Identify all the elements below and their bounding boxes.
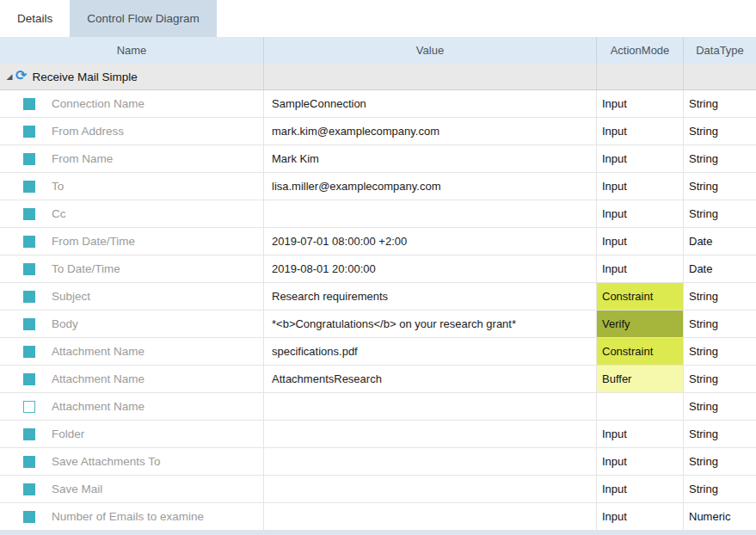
attribute-name-label: Attachment Name xyxy=(52,345,144,358)
attribute-name-label: Subject xyxy=(52,290,90,303)
value-cell[interactable]: SampleConnection xyxy=(264,90,597,117)
datatype-cell: String xyxy=(684,338,756,365)
table-row[interactable]: Attachment Name specifications.pdf Const… xyxy=(0,338,756,366)
datatype-cell: String xyxy=(684,476,756,502)
table-row[interactable]: From Name Mark Kim Input String xyxy=(0,145,756,173)
actionmode-cell[interactable]: Input xyxy=(597,118,684,145)
value-cell[interactable]: mark.kim@examplecompany.com xyxy=(264,118,597,145)
value-cell[interactable] xyxy=(264,393,597,420)
grid-header: Name Value ActionMode DataType xyxy=(0,37,756,64)
table-row[interactable]: Subject Research requirements Constraint… xyxy=(0,283,756,311)
group-action-cell xyxy=(597,64,684,89)
datatype-cell: Date xyxy=(684,255,756,282)
name-cell: From Date/Time xyxy=(0,228,264,255)
table-row[interactable]: Connection Name SampleConnection Input S… xyxy=(0,90,756,118)
row-checkbox[interactable] xyxy=(23,263,35,275)
attribute-name-label: Body xyxy=(52,317,78,330)
row-checkbox[interactable] xyxy=(23,428,35,440)
row-checkbox[interactable] xyxy=(23,181,35,193)
name-cell: Connection Name xyxy=(0,90,264,117)
name-cell: Attachment Name xyxy=(0,338,264,365)
attribute-name-label: From Date/Time xyxy=(52,235,135,248)
attribute-name-label: From Address xyxy=(52,125,124,138)
datatype-cell: String xyxy=(684,448,756,475)
table-row[interactable]: Body *<b>Congratulations</b> on your res… xyxy=(0,311,756,338)
table-row[interactable]: Save Attachments To Input String xyxy=(0,448,756,476)
attribute-name-label: Save Attachments To xyxy=(52,455,161,468)
name-cell: Attachment Name xyxy=(0,366,264,392)
column-header-datatype: DataType xyxy=(684,37,756,64)
row-checkbox[interactable] xyxy=(23,346,35,358)
table-row[interactable]: Attachment Name AttachmentsResearch Buff… xyxy=(0,366,756,393)
actionmode-cell[interactable]: Input xyxy=(597,448,684,475)
value-cell[interactable]: *<b>Congratulations</b> on your research… xyxy=(264,311,597,337)
actionmode-cell[interactable]: Input xyxy=(597,145,684,172)
datatype-cell: String xyxy=(684,366,756,392)
row-checkbox[interactable] xyxy=(23,401,35,413)
row-checkbox[interactable] xyxy=(23,126,35,138)
value-cell[interactable]: 2019-08-01 20:00:00 xyxy=(264,255,597,282)
row-checkbox[interactable] xyxy=(23,236,35,248)
column-header-actionmode: ActionMode xyxy=(597,37,684,64)
row-checkbox[interactable] xyxy=(23,153,35,165)
table-row[interactable]: From Address mark.kim@examplecompany.com… xyxy=(0,118,756,145)
actionmode-cell[interactable] xyxy=(597,393,684,420)
actionmode-cell[interactable]: Buffer xyxy=(597,366,684,392)
actionmode-cell[interactable]: Input xyxy=(597,476,684,502)
refresh-module-icon: ⟳ xyxy=(15,69,27,83)
actionmode-cell[interactable]: Constraint xyxy=(597,338,684,365)
row-checkbox[interactable] xyxy=(23,208,35,220)
table-body: Connection Name SampleConnection Input S… xyxy=(0,90,756,531)
actionmode-cell[interactable]: Input xyxy=(597,90,684,117)
row-checkbox[interactable] xyxy=(23,483,35,495)
actionmode-cell[interactable]: Input xyxy=(597,173,684,200)
group-row-receive-mail-simple[interactable]: ◢ ⟳ Receive Mail Simple xyxy=(0,64,756,90)
expander-icon[interactable]: ◢ xyxy=(3,72,15,81)
datatype-cell: String xyxy=(684,200,756,227)
value-cell[interactable] xyxy=(264,200,597,227)
attribute-name-label: To Date/Time xyxy=(52,262,120,275)
value-cell[interactable]: Mark Kim xyxy=(264,145,597,172)
attribute-name-label: Cc xyxy=(52,207,66,220)
actionmode-cell[interactable]: Verify xyxy=(597,311,684,337)
value-cell[interactable] xyxy=(264,476,597,502)
value-cell[interactable] xyxy=(264,503,597,530)
row-checkbox[interactable] xyxy=(23,98,35,110)
value-cell[interactable] xyxy=(264,448,597,475)
datatype-cell: String xyxy=(684,421,756,447)
table-row[interactable]: To Date/Time 2019-08-01 20:00:00 Input D… xyxy=(0,255,756,283)
value-cell[interactable]: 2019-07-01 08:00:00 +2:00 xyxy=(264,228,597,255)
table-row[interactable]: Attachment Name String xyxy=(0,393,756,421)
actionmode-cell[interactable]: Input xyxy=(597,228,684,255)
row-checkbox[interactable] xyxy=(23,373,35,385)
bottom-strip xyxy=(0,531,756,535)
value-cell[interactable]: lisa.miller@examplecompany.com xyxy=(264,173,597,200)
datatype-cell: String xyxy=(684,173,756,200)
value-cell[interactable]: AttachmentsResearch xyxy=(264,366,597,392)
table-row[interactable]: Cc Input String xyxy=(0,200,756,228)
table-row[interactable]: Number of Emails to examine Input Numeri… xyxy=(0,503,756,531)
table-row[interactable]: To lisa.miller@examplecompany.com Input … xyxy=(0,173,756,200)
tab-details[interactable]: Details xyxy=(0,0,70,37)
tab-control-flow-diagram[interactable]: Control Flow Diagram xyxy=(70,0,217,37)
datatype-cell: String xyxy=(684,118,756,145)
actionmode-cell[interactable]: Input xyxy=(597,200,684,227)
row-checkbox[interactable] xyxy=(23,456,35,468)
table-row[interactable]: From Date/Time 2019-07-01 08:00:00 +2:00… xyxy=(0,228,756,255)
actionmode-cell[interactable]: Input xyxy=(597,255,684,282)
column-header-value: Value xyxy=(264,37,597,64)
row-checkbox[interactable] xyxy=(23,291,35,303)
value-cell[interactable] xyxy=(264,421,597,447)
value-cell[interactable]: Research requirements xyxy=(264,283,597,310)
value-cell[interactable]: specifications.pdf xyxy=(264,338,597,365)
attribute-name-label: Folder xyxy=(52,427,84,440)
table-row[interactable]: Save Mail Input String xyxy=(0,476,756,503)
row-checkbox[interactable] xyxy=(23,318,35,330)
actionmode-cell[interactable]: Constraint xyxy=(597,283,684,310)
actionmode-cell[interactable]: Input xyxy=(597,421,684,447)
attribute-name-label: Connection Name xyxy=(52,97,144,110)
actionmode-cell[interactable]: Input xyxy=(597,503,684,530)
attribute-name-label: Save Mail xyxy=(52,483,102,495)
table-row[interactable]: Folder Input String xyxy=(0,421,756,448)
row-checkbox[interactable] xyxy=(23,511,35,523)
